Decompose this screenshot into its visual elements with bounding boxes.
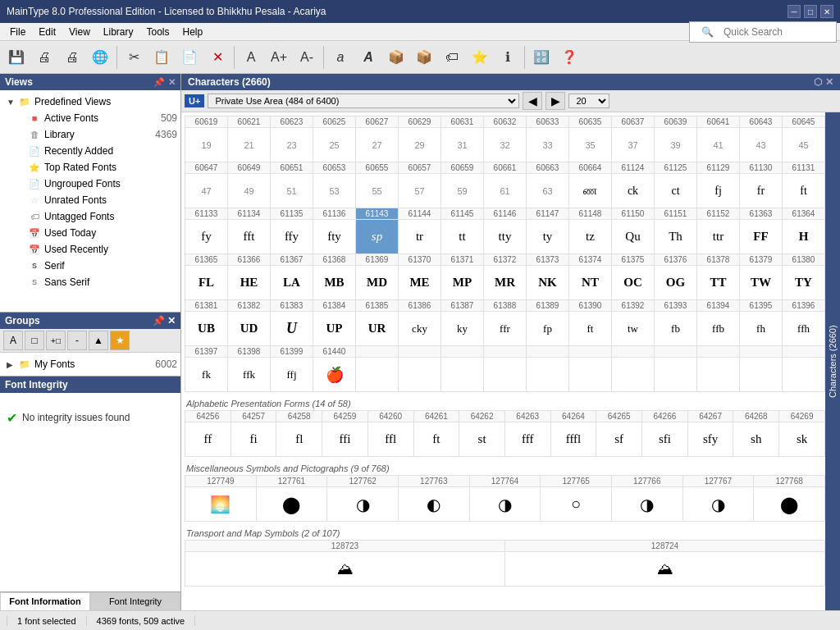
glyph-cell[interactable]: 31 [441,128,484,162]
new-button[interactable]: 💾 [3,44,30,71]
new-group-button[interactable]: □ [25,331,44,350]
sidebar-item-active-fonts[interactable]: ■ Active Fonts 509 [0,110,180,126]
sidebar-item-used-recently[interactable]: 📅 Used Recently [0,241,180,258]
integrity-content: ✔ No integrity issues found [0,393,180,442]
separator-1 [116,46,117,69]
groups-tree: ▶ 📁 My Fonts 6002 [0,353,180,376]
add-group-button[interactable]: A [3,331,23,350]
activate-button[interactable]: A [238,44,264,71]
glyph-cell[interactable]: 43 [740,128,783,162]
add-subgroup-button[interactable]: +□ [46,331,66,350]
sidebar-item-used-today[interactable]: 📅 Used Today [0,225,180,241]
zoom-selector[interactable]: 20 [568,94,609,108]
glyph-cell[interactable]: 27 [356,128,399,162]
predefined-views-node[interactable]: ▼ 📁 Predefined Views [0,94,180,110]
menu-library[interactable]: Library [97,25,140,39]
deactivate-button[interactable]: A- [294,44,320,71]
sidebar-item-untagged[interactable]: 🏷 Untagged Fonts [0,208,180,225]
info-button[interactable]: ℹ [495,44,521,71]
glyph-cell[interactable]: 35 [569,128,612,162]
glyph-cell[interactable]: 29 [399,128,441,162]
remove-group-button[interactable]: - [67,331,87,350]
views-header: Views 📌 ✕ [0,74,180,90]
misc-section-label: Miscellaneous Symbols and Pictographs (9… [185,460,825,475]
tag-button[interactable]: 🏷 [439,44,465,71]
sidebar-item-unrated[interactable]: ☆ Unrated Fonts [0,192,180,208]
code-row-2: 606476064960651 606536065560657 60659606… [185,162,825,174]
font-preview2-button[interactable]: A [355,44,381,71]
glyph-row-4: FL HE LA MB MD ME MP MR NK NT OC OG TT T… [185,266,825,300]
glyph-cell[interactable]: 33 [527,128,569,162]
menu-help[interactable]: Help [176,25,210,39]
font-preview-button[interactable]: a [327,44,354,71]
status-selected: 1 font selected [7,616,87,626]
rate-button[interactable]: ⭐ [467,44,493,71]
code-row-4: 613656136661367 613686136961370 61371613… [185,254,825,266]
group-options-button[interactable]: ★ [110,331,130,350]
views-title: Views [5,76,33,88]
block-selector[interactable]: Private Use Area (484 of 6400) [208,94,519,108]
check-icon: ✔ [7,410,17,426]
glyph-row-2: 47 49 51 53 55 57 59 61 63 ண ck ct fj fr [185,174,825,208]
tab-font-integrity[interactable]: Font Integrity [90,592,180,610]
preview-button[interactable]: 🖨 [59,44,85,71]
code-60635: 60635 [569,116,612,128]
print-button[interactable]: 🖨 [31,44,57,71]
close-chars-icon[interactable]: ✕ [825,76,833,88]
pin-groups-icon[interactable]: 📌 [153,315,165,326]
pin-icon[interactable]: 📌 [153,77,165,88]
copy-button[interactable]: 📋 [148,44,175,71]
close-groups-icon[interactable]: ✕ [167,315,176,326]
activate-all-button[interactable]: A+ [266,44,292,71]
char-map-button[interactable]: 🔡 [528,44,555,71]
quick-search-input[interactable] [724,26,822,38]
glyph-cell[interactable]: 19 [185,128,228,162]
menu-view[interactable]: View [62,25,97,39]
quick-search-container: 🔍 [689,21,837,43]
sidebar-item-library[interactable]: 🗑 Library 4369 [0,126,180,143]
tab-font-information[interactable]: Font Information [0,592,90,610]
cut-button[interactable]: ✂ [121,44,147,71]
sidebar-item-sans-serif[interactable]: S Sans Serif [0,274,180,290]
menu-edit[interactable]: Edit [32,25,62,39]
my-fonts-group[interactable]: ▶ 📁 My Fonts 6002 [0,356,180,372]
glyph-cell[interactable]: 41 [697,128,740,162]
close-views-icon[interactable]: ✕ [168,77,176,88]
glyph-cell[interactable]: 25 [313,128,356,162]
chars-grid-wrapper: 60619 60621 60623 60625 60627 60629 6063… [181,112,840,610]
sidebar-item-ungrouped[interactable]: 📄 Ungrouped Fonts [0,176,180,192]
menu-tools[interactable]: Tools [140,25,176,39]
help-button[interactable]: ❓ [556,44,582,71]
statusbar: 1 font selected 4369 fonts, 509 active [0,610,840,630]
predefined-views-label: Predefined Views [34,96,177,107]
glyph-cell[interactable]: 45 [783,128,825,162]
install-button[interactable]: 📦 [383,44,409,71]
sidebar-item-recently-added[interactable]: 📄 Recently Added [0,143,180,159]
glyph-cell[interactable]: 37 [612,128,655,162]
float-icon[interactable]: ⬡ [814,76,822,88]
uninstall-button[interactable]: 📦 [411,44,437,71]
sidebar-item-serif[interactable]: S Serif [0,258,180,274]
sidebar-item-top-rated[interactable]: ⭐ Top Rated Fonts [0,159,180,176]
integrity-header: Font Integrity [0,377,180,393]
delete-button[interactable]: ✕ [204,44,231,71]
move-up-button[interactable]: ▲ [89,331,108,350]
glyph-cell[interactable]: 39 [655,128,697,162]
glyph-cell[interactable]: 32 [484,128,527,162]
web-button[interactable]: 🌐 [87,44,113,71]
prev-block-button[interactable]: ◀ [523,92,542,110]
paste-button[interactable]: 📄 [176,44,203,71]
misc-glyph-row: 🌅 ⬤ ◑ ◐ ◑ ○ ◑ ◑ ⬤ [185,487,825,522]
close-button[interactable]: ✕ [820,5,833,18]
next-block-button[interactable]: ▶ [546,92,565,110]
glyph-cell[interactable]: 21 [228,128,271,162]
code-row-6: 613976139861399 61440 [185,346,825,358]
my-fonts-label: My Fonts [34,358,152,370]
side-label[interactable]: Characters (2660) [825,112,840,610]
code-60629: 60629 [399,116,441,128]
unrated-label: Unrated Fonts [44,194,177,206]
minimize-button[interactable]: ─ [788,5,801,18]
maximize-button[interactable]: □ [804,5,817,18]
glyph-cell[interactable]: 23 [271,128,313,162]
menu-file[interactable]: File [3,25,32,39]
